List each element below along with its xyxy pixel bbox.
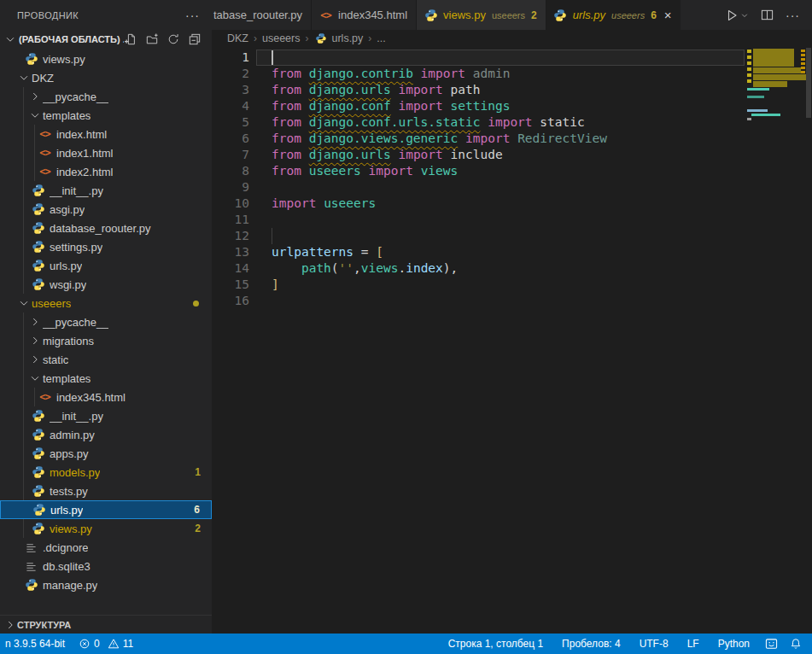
tree-file-database_roouter.py[interactable]: database_roouter.py [0,219,212,237]
tree-folder-templates[interactable]: templates [0,106,212,125]
minimap-block [801,58,805,61]
tree-item-label: tests.py [50,485,88,498]
refresh-icon[interactable] [166,32,180,46]
outline-section-header[interactable]: СТРУКТУРА [0,615,212,634]
tree-item-label: manage.py [43,579,97,592]
breadcrumb-item-DKZ[interactable]: DKZ [227,32,248,44]
new-folder-icon[interactable] [145,32,159,46]
tree-folder-__pycache__[interactable]: __pycache__ [0,312,212,331]
tree-file-db.sqlite3[interactable]: db.sqlite3 [0,557,212,575]
tree-file-urls.py[interactable]: urls.py [0,256,212,275]
tree-folder-DKZ[interactable]: DKZ [0,68,212,87]
tree-file-views.py[interactable]: views.py2 [0,519,212,538]
code-line: path('',views.index), [272,260,607,277]
breadcrumb-separator-icon: › [368,32,371,44]
code-editor[interactable]: 12345678910111213141516 from django.cont… [212,47,812,634]
chevron-right-icon [3,618,17,632]
code-indent-guide [272,228,272,244]
explorer-sidebar: ПРОВОДНИК ··· (РАБОЧАЯ ОБЛАСТЬ) ... view… [0,0,212,634]
tree-file-index2.html[interactable]: <>index2.html [0,162,212,181]
error-icon [79,638,91,650]
run-button[interactable] [725,9,749,22]
encoding-setting[interactable]: UTF-8 [636,638,672,650]
tree-file-views.py[interactable]: views.py [0,50,212,68]
tree-file-wsgi.py[interactable]: wsgi.py [0,275,212,294]
breadcrumb-item-...[interactable]: ... [377,32,385,44]
tree-file-__init__.py[interactable]: __init__.py [0,181,212,200]
tree-item-label: __pycache__ [43,316,108,329]
python-file-icon [31,409,45,423]
tree-file-tests.py[interactable]: tests.py [0,482,212,500]
tree-item-label: templates [43,109,91,122]
line-number: 8 [212,163,249,179]
chevron-right-icon [28,334,42,347]
cursor-position[interactable]: Строка 1, столбец 1 [445,638,546,650]
tree-file-manage.py[interactable]: manage.py [0,575,212,594]
code-line [272,293,607,309]
file-icon [24,559,38,573]
indentation-setting[interactable]: Пробелов: 4 [558,638,624,650]
eol-setting[interactable]: LF [684,638,703,650]
tree-file-.dcignore[interactable]: .dcignore [0,538,212,557]
tab-description: useeers [492,10,525,20]
tree-file-asgi.py[interactable]: asgi.py [0,200,212,219]
chevron-down-icon [17,296,31,310]
minimap[interactable] [745,47,812,634]
tree-item-label: useeers [32,297,71,310]
tree-item-label: index.html [56,128,107,141]
tree-folder-templates[interactable]: templates [0,369,212,388]
breadcrumb-item-useeers[interactable]: useeers [262,32,300,44]
tab-tabase_roouter.py[interactable]: tabase_roouter.py [212,0,312,30]
tab-bar: tabase_roouter.py<>index345.htmlviews.py… [212,0,812,30]
explorer-more-icon[interactable]: ··· [185,9,200,22]
outline-section-label: СТРУКТУРА [17,620,71,630]
tab-label: index345.html [338,9,407,21]
run-dropdown-icon[interactable] [740,11,749,20]
file-icon [24,540,38,554]
line-number: 15 [212,277,249,293]
close-icon[interactable]: × [664,9,672,21]
python-file-icon [31,202,45,216]
minimap-block [751,114,780,116]
tree-item-label: db.sqlite3 [43,560,91,573]
tree-folder-static[interactable]: static [0,350,212,369]
collapse-all-icon[interactable] [188,32,202,46]
tree-file-models.py[interactable]: models.py1 [0,463,212,482]
tree-folder-useeers[interactable]: useeers [0,294,212,312]
line-number: 11 [212,212,249,228]
problems-indicator[interactable]: 0 11 [75,638,137,650]
tree-file-urls.py[interactable]: urls.py6 [0,500,212,519]
tree-file-__init__.py[interactable]: __init__.py [0,406,212,425]
tab-urls.py[interactable]: urls.pyuseeers6× [546,0,681,30]
tree-file-index345.html[interactable]: <>index345.html [0,388,212,406]
python-file-icon [31,465,45,479]
bell-icon[interactable] [790,638,802,650]
workspace-section-header[interactable]: (РАБОЧАЯ ОБЛАСТЬ) ... [0,30,212,49]
line-number: 13 [212,244,249,260]
more-actions-icon[interactable]: ··· [786,9,800,22]
language-mode[interactable]: Python [715,638,753,650]
html-file-icon: <> [38,165,52,178]
python-version[interactable]: n 3.9.5 64-bit [2,638,68,650]
split-editor-icon[interactable] [761,9,774,21]
tree-item-label: admin.py [50,429,95,441]
tab-views.py[interactable]: views.pyuseeers2 [417,0,546,30]
tree-folder-__pycache__[interactable]: __pycache__ [0,87,212,106]
chevron-right-icon [28,353,42,366]
tree-folder-migrations[interactable]: migrations [0,331,212,350]
tree-item-label: asgi.py [50,203,85,216]
minimap-block [801,54,805,56]
tree-item-label: index1.html [56,147,113,160]
minimap-block [753,67,801,73]
tree-file-apps.py[interactable]: apps.py [0,444,212,463]
tree-file-admin.py[interactable]: admin.py [0,425,212,444]
feedback-icon[interactable] [765,638,778,651]
tree-file-index1.html[interactable]: <>index1.html [0,143,212,162]
new-file-icon[interactable] [124,32,137,46]
tree-file-index.html[interactable]: <>index.html [0,125,212,143]
tree-item-label: __init__.py [50,410,103,423]
breadcrumb-item-urls.py[interactable]: urls.py [313,32,363,45]
tab-index345.html[interactable]: <>index345.html [312,0,417,30]
tree-file-settings.py[interactable]: settings.py [0,237,212,256]
code-line: from django.contrib import admin [272,66,607,82]
